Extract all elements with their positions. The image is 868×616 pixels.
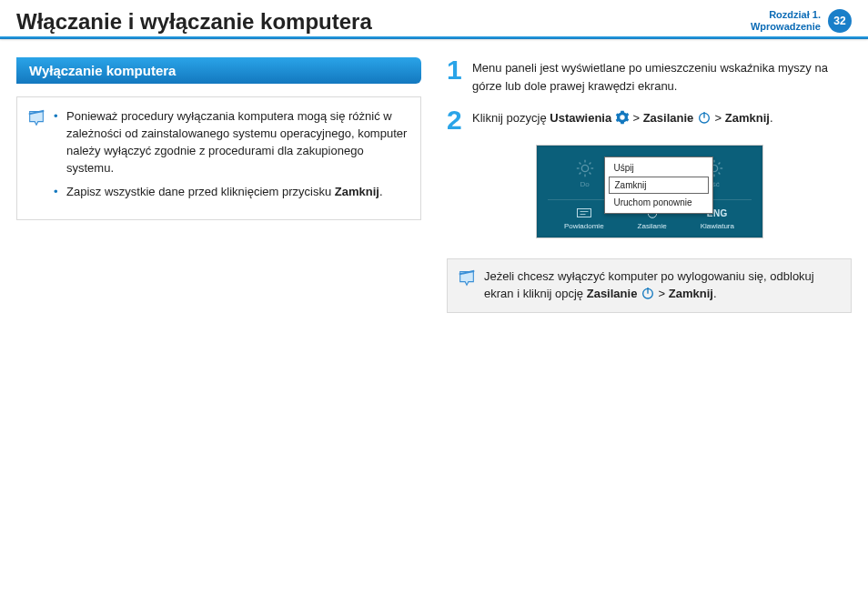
chapter-block: Rozdział 1. Wprowadzenie 32	[751, 9, 852, 33]
svg-line-8	[589, 173, 590, 175]
power-icon	[697, 110, 712, 125]
step-1-number: 1	[447, 57, 463, 82]
sun-left-icon	[575, 158, 595, 178]
svg-line-17	[718, 173, 720, 175]
popup-sleep[interactable]: Uśpij	[605, 159, 712, 177]
note-box-right: Jeżeli chcesz wyłączyć komputer po wylog…	[447, 258, 852, 313]
note-left-bullet-2: Zapisz wszystkie dane przed kliknięciem …	[54, 184, 408, 201]
power-menu-popup: Uśpij Zamknij Uruchom ponownie	[604, 157, 713, 214]
note-icon	[26, 108, 46, 128]
chapter-label: Rozdział 1.	[751, 9, 821, 21]
popup-restart[interactable]: Uruchom ponownie	[605, 194, 712, 211]
power-icon	[641, 286, 655, 300]
svg-line-7	[579, 163, 580, 165]
chapter-subtitle: Wprowadzenie	[751, 21, 821, 33]
step-2: 2 Kliknij pozycję Ustawienia > Zasilanie…	[447, 107, 852, 132]
notify-icon	[576, 206, 592, 220]
step-2-number: 2	[447, 107, 463, 132]
svg-line-10	[589, 163, 590, 165]
svg-rect-20	[577, 209, 590, 217]
os-screenshot: Do ość Uśpij Zamknij Uruchom ponownie Po…	[536, 145, 763, 238]
step-1: 1 Menu paneli jest wyświetlane po umiesz…	[447, 57, 852, 95]
note-icon	[457, 268, 477, 288]
note-box-left: Ponieważ procedury wyłączania komputera …	[16, 96, 421, 220]
gear-icon	[615, 110, 630, 125]
header-divider	[0, 36, 868, 39]
svg-line-19	[718, 163, 720, 165]
step-1-text: Menu paneli jest wyświetlane po umieszcz…	[472, 57, 852, 95]
svg-point-2	[581, 165, 588, 171]
svg-line-9	[579, 173, 580, 175]
popup-shutdown[interactable]: Zamknij	[609, 177, 709, 194]
page-number-badge: 32	[828, 9, 852, 33]
section-heading: Wyłączanie komputera	[16, 57, 421, 84]
page-title: Włączanie i wyłączanie komputera	[16, 9, 372, 35]
step-2-text: Kliknij pozycję Ustawienia > Zasilanie >…	[472, 107, 773, 127]
note-left-bullet-1: Ponieważ procedury wyłączania komputera …	[54, 108, 408, 177]
